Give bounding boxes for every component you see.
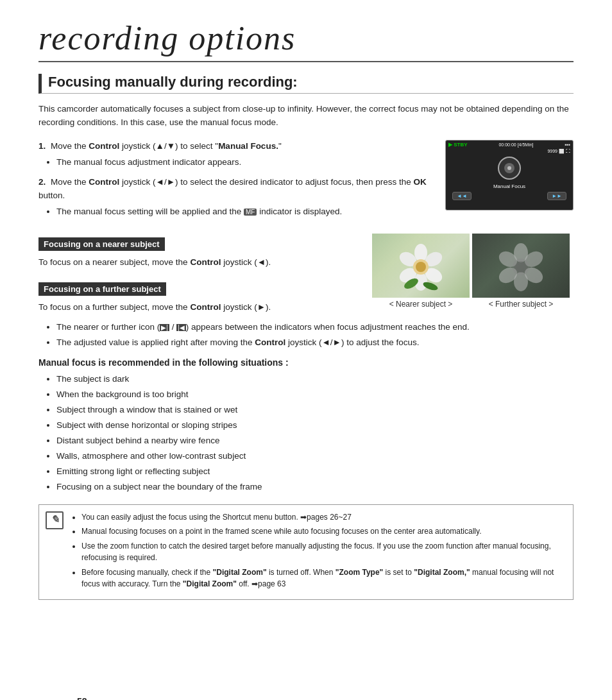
recommend-heading: Manual focus is recommended in the follo… [38,357,574,368]
cam-icon1: ⬜ [559,149,565,154]
recommend-bullet-3: Subject through a window that is stained… [56,404,574,417]
focus-bullets: The nearer or further icon (▶| / |◀) app… [56,321,574,350]
step-2-bullets: The manual focus setting will be applied… [56,205,432,219]
page-number: 58 [77,696,87,700]
step-2-bullet: The manual focus setting will be applied… [56,205,432,219]
nearer-body-text: To focus on a nearer subject, move the C… [38,256,368,269]
note-4: Before focusing manually, check if the "… [81,567,564,590]
cam-icons-row: 9999 ⬜ ⛶ [446,149,573,154]
note-icon: ✎ [46,511,64,529]
joystick-inner [504,163,514,173]
steps-and-cam: 1. Move the Control joystick (▲/▼) to se… [38,140,574,225]
cam-btn-left: ◄◄ [452,192,472,200]
nearer-flower-svg [395,240,446,291]
section-heading: Focusing manually during recording: [38,74,574,94]
note-1: You can easily adjust the focus using th… [81,511,564,524]
further-control-bold: Control [190,302,221,312]
note-2: Manual focusing focuses on a point in th… [81,525,564,538]
svg-point-17 [515,261,527,273]
cam-bottom-row: ◄◄ ►► [446,189,573,201]
recommend-bullet-6: Walls, atmosphere and other low-contrast… [56,450,574,463]
recommend-bullet-5: Distant subject behind a nearby wire fen… [56,434,574,448]
further-flower-svg [495,240,547,291]
page-title: recording options [38,19,574,62]
cam-counter: 9999 [547,149,557,154]
step-2-number: 2. [38,177,46,187]
recommend-bullet-2: When the background is too bright [56,388,574,402]
step-1-bullet: The manual focus adjustment indicator ap… [56,156,432,169]
recommend-bullet-1: The subject is dark [56,373,574,386]
step-1-bold1: Control [89,141,119,151]
step-1-number: 1. [38,141,46,151]
image-caption-row: < Nearer subject > < Further subject > [372,300,570,309]
cam-label: Manual Focus [446,184,573,189]
focus-bullet-2: The adjusted value is applied right afte… [56,336,574,350]
focus-images-row [372,234,570,298]
svg-point-7 [416,262,426,272]
nearer-subject-image [372,234,470,298]
step-2: 2. Move the Control joystick (◄/►) to se… [38,176,432,219]
further-subheading: Focusing on a further subject [38,282,166,296]
focus-section-row: Focusing on a nearer subject To focus on… [38,231,574,321]
nearer-subheading: Focusing on a nearer subject [38,237,165,251]
cam-battery: ▪▪▪ [565,142,570,148]
step-1-symbol: ▲/▼ [156,141,175,151]
cam-status-bar: ▶ STBY 00:00:00 [4/5Min] ▪▪▪ [446,141,573,149]
intro-text: This camcorder automatically focuses a s… [38,103,574,130]
recommend-bullets: The subject is dark When the background … [56,373,574,493]
svg-point-0 [414,244,427,262]
cam-btn-right: ►► [547,192,566,200]
note-box: ✎ You can easily adjust the focus using … [38,504,574,601]
recommend-bullet-8: Focusing on a subject near the boundary … [56,481,574,494]
joystick-dot [507,166,511,170]
step-1: 1. Move the Control joystick (▲/▼) to se… [38,140,432,169]
cam-center [446,154,573,182]
steps-left: 1. Move the Control joystick (▲/▼) to se… [38,140,432,225]
note-3: Use the zoom function to catch the desir… [81,540,564,564]
further-subject-caption: < Further subject > [472,300,570,309]
camcorder-display: ▶ STBY 00:00:00 [4/5Min] ▪▪▪ 9999 ⬜ ⛶ [445,140,574,210]
step-2-bold2: OK [414,177,427,187]
step-1-bullets: The manual focus adjustment indicator ap… [56,156,432,169]
camcorder-screen: ▶ STBY 00:00:00 [4/5Min] ▪▪▪ 9999 ⬜ ⛶ [445,140,574,213]
further-subject-image [472,234,570,298]
step-2-symbol: ◄/► [156,177,175,187]
further-body-text: To focus on a further subject, move the … [38,301,368,314]
joystick-circle [498,157,521,180]
nearer-control-bold: Control [190,257,221,267]
focus-bullet-1: The nearer or further icon (▶| / |◀) app… [56,321,574,334]
cam-icon2: ⛶ [566,149,570,154]
recommend-bullet-4: Subject with dense horizontal or sloping… [56,419,574,432]
nearer-subject-caption: < Nearer subject > [372,300,470,309]
note-bullets: You can easily adjust the focus using th… [71,511,564,591]
focus-text-col: Focusing on a nearer subject To focus on… [38,231,368,321]
cam-time: 00:00:00 [4/5Min] [498,142,533,147]
step-2-bold1: Control [89,177,119,187]
focus-images-col: < Nearer subject > < Further subject > [368,231,574,309]
step-1-bold2: Manual Focus. [218,141,278,151]
recommend-bullet-7: Emitting strong light or reflecting subj… [56,465,574,479]
cam-stby: ▶ STBY [448,142,468,148]
